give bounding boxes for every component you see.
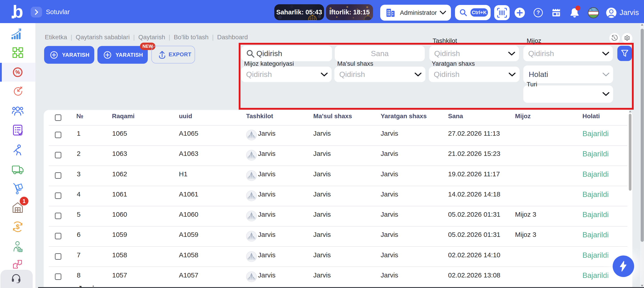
- svg-text:$: $: [16, 223, 20, 230]
- svg-text:%: %: [16, 69, 20, 75]
- svg-text:HR: HR: [19, 249, 22, 252]
